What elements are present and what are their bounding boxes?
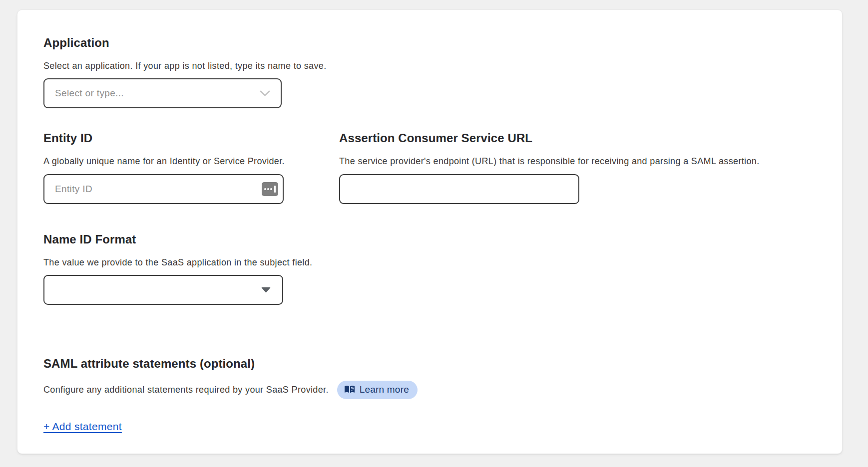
name-id-format-description: The value we provide to the SaaS applica… xyxy=(43,256,816,268)
entity-id-description: A globally unique name for an Identity o… xyxy=(43,155,339,167)
application-select[interactable]: Select or type... xyxy=(43,78,282,108)
application-select-placeholder: Select or type... xyxy=(44,88,124,99)
application-title: Application xyxy=(43,36,816,50)
acs-url-field xyxy=(339,174,579,204)
saml-attributes-section: SAML attribute statements (optional) Con… xyxy=(43,357,816,399)
entity-id-input[interactable] xyxy=(44,175,283,203)
entity-id-title: Entity ID xyxy=(43,131,339,145)
add-statement-link[interactable]: + Add statement xyxy=(43,421,122,433)
entity-id-section: Entity ID A globally unique name for an … xyxy=(43,131,339,204)
learn-more-button[interactable]: Learn more xyxy=(337,381,418,399)
open-book-icon xyxy=(344,385,355,394)
chevron-down-icon xyxy=(259,90,271,97)
application-section: Application Select an application. If yo… xyxy=(43,36,816,108)
acs-url-section: Assertion Consumer Service URL The servi… xyxy=(339,131,816,204)
saml-attributes-description: Configure any additional statements requ… xyxy=(43,384,329,396)
learn-more-label: Learn more xyxy=(360,384,409,395)
acs-url-title: Assertion Consumer Service URL xyxy=(339,131,816,145)
caret-down-icon xyxy=(261,287,271,293)
saml-config-card: Application Select an application. If yo… xyxy=(17,9,843,454)
acs-url-input[interactable] xyxy=(340,175,578,203)
entity-acs-row: Entity ID A globally unique name for an … xyxy=(43,131,816,204)
name-id-format-title: Name ID Format xyxy=(43,233,816,246)
name-id-format-select[interactable] xyxy=(43,275,283,305)
saml-attributes-title: SAML attribute statements (optional) xyxy=(43,357,816,371)
name-id-format-section: Name ID Format The value we provide to t… xyxy=(43,233,816,305)
application-description: Select an application. If your app is no… xyxy=(43,60,816,72)
entity-id-field xyxy=(43,174,284,204)
acs-url-description: The service provider's endpoint (URL) th… xyxy=(339,155,816,167)
autofill-manager-icon[interactable] xyxy=(262,182,278,196)
